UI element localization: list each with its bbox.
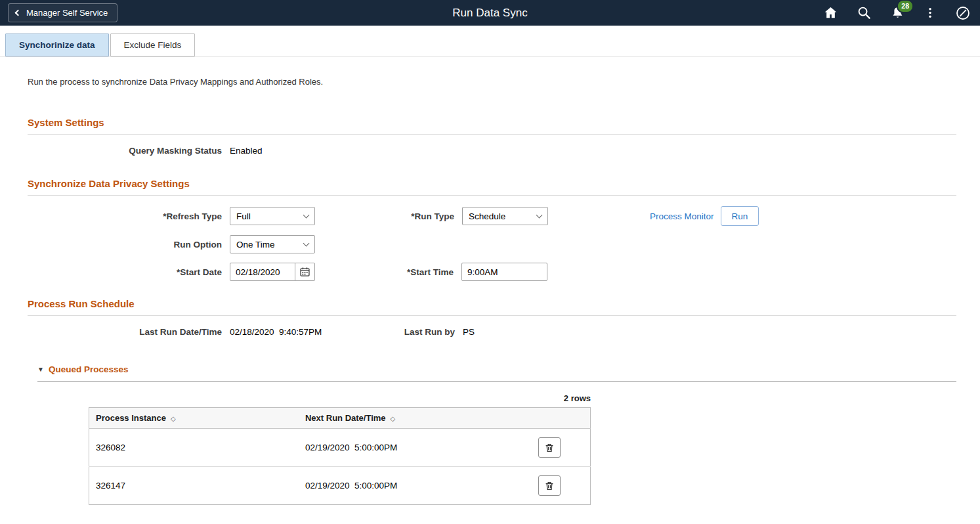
table-row: 326147 02/19/2020 5:00:00PM	[89, 467, 591, 505]
chevron-left-icon	[15, 10, 22, 16]
calendar-icon	[299, 266, 310, 278]
trash-icon	[544, 481, 555, 491]
run-type-label: *Run Type	[315, 211, 454, 221]
next-run-cell: 02/19/2020 5:00:00PM	[299, 429, 509, 467]
column-header-delete	[509, 408, 591, 429]
run-button[interactable]: Run	[721, 206, 759, 226]
last-run-label: Last Run Date/Time	[28, 327, 222, 337]
column-header-next-run[interactable]: Next Run Date/Time◇	[299, 408, 509, 429]
column-header-process-instance[interactable]: Process Instance◇	[89, 408, 299, 429]
queued-processes-heading: Queued Processes	[49, 364, 129, 374]
refresh-type-label: *Refresh Type	[28, 211, 222, 221]
queued-processes-toggle[interactable]: ▼ Queued Processes	[37, 364, 956, 382]
page-content: Run the process to synchronize Data Priv…	[0, 57, 980, 524]
queued-processes-table: Process Instance◇ Next Run Date/Time◇ 32…	[89, 407, 591, 505]
run-option-selected: One Time	[236, 240, 275, 250]
chevron-down-icon	[536, 212, 543, 219]
process-run-schedule-heading: Process Run Schedule	[28, 298, 956, 316]
tab-exclude-fields[interactable]: Exclude Fields	[110, 33, 196, 56]
start-date-label: *Start Date	[28, 267, 222, 277]
last-run-row: Last Run Date/Time 02/18/2020 9:40:57PM …	[28, 327, 956, 337]
run-option-row: Run Option One Time	[28, 235, 956, 253]
search-button[interactable]	[855, 4, 873, 22]
delete-row-button[interactable]	[538, 475, 561, 496]
sort-icon: ◇	[391, 415, 396, 422]
notifications-button[interactable]: 28	[889, 4, 906, 22]
process-monitor-group: Process Monitor Run	[650, 206, 759, 226]
collapse-triangle-icon: ▼	[37, 366, 44, 373]
tab-label: Synchorinize data	[19, 40, 95, 50]
process-instance-cell: 326082	[89, 429, 299, 467]
refresh-type-select[interactable]: Full	[230, 207, 315, 225]
process-monitor-link[interactable]: Process Monitor	[650, 211, 714, 221]
process-instance-cell: 326147	[89, 467, 299, 505]
navbar-compass-icon	[955, 5, 971, 21]
run-option-select[interactable]: One Time	[230, 235, 315, 253]
page-tabs: Synchorinize data Exclude Fields	[0, 26, 980, 57]
sync-settings-heading: Synchronize Data Privacy Settings	[28, 178, 956, 196]
notification-count-badge: 28	[897, 0, 914, 13]
trash-icon	[544, 443, 555, 453]
tab-synchronize-data[interactable]: Synchorinize data	[5, 33, 109, 56]
delete-row-button[interactable]	[538, 437, 561, 458]
intro-text: Run the process to synchronize Data Priv…	[28, 77, 956, 87]
system-settings-heading: System Settings	[28, 117, 956, 135]
start-date-time-row: *Start Date *Start Time	[28, 263, 956, 281]
chevron-down-icon	[303, 240, 310, 247]
back-button-label: Manager Self Service	[26, 8, 108, 18]
last-run-value: 02/18/2020 9:40:57PM	[230, 327, 394, 337]
navbar-button[interactable]	[954, 4, 972, 22]
start-time-label: *Start Time	[315, 267, 454, 277]
refresh-run-type-row: *Refresh Type Full *Run Type Schedule Pr…	[28, 206, 956, 226]
actions-menu-button[interactable]	[922, 4, 938, 22]
last-run-by-value: PS	[463, 327, 475, 337]
top-bar: Manager Self Service Run Data Sync 28	[0, 0, 980, 26]
start-date-input[interactable]	[230, 263, 295, 281]
sort-icon: ◇	[171, 415, 176, 422]
run-type-selected: Schedule	[469, 211, 505, 221]
search-icon	[857, 5, 872, 20]
column-label: Next Run Date/Time	[305, 413, 386, 423]
table-header-row: Process Instance◇ Next Run Date/Time◇	[89, 408, 591, 429]
row-count: 2 rows	[89, 393, 591, 403]
last-run-by-label: Last Run by	[394, 327, 455, 337]
header-icon-group: 28	[822, 4, 972, 22]
kebab-menu-icon	[924, 5, 937, 20]
run-option-label: Run Option	[28, 240, 222, 250]
start-time-input[interactable]	[461, 263, 547, 281]
chevron-down-icon	[303, 212, 310, 219]
query-masking-value: Enabled	[230, 146, 263, 156]
run-type-select[interactable]: Schedule	[462, 207, 548, 225]
refresh-type-selected: Full	[236, 211, 251, 221]
start-date-group	[230, 263, 315, 281]
query-masking-label: Query Masking Status	[28, 146, 222, 156]
calendar-button[interactable]	[295, 263, 315, 281]
table-row: 326082 02/19/2020 5:00:00PM	[89, 429, 591, 467]
tab-label: Exclude Fields	[124, 40, 182, 50]
next-run-cell: 02/19/2020 5:00:00PM	[299, 467, 509, 505]
home-icon	[823, 5, 838, 20]
column-label: Process Instance	[96, 413, 166, 423]
home-button[interactable]	[822, 4, 840, 22]
back-button[interactable]: Manager Self Service	[8, 3, 117, 22]
query-masking-row: Query Masking Status Enabled	[28, 146, 956, 156]
